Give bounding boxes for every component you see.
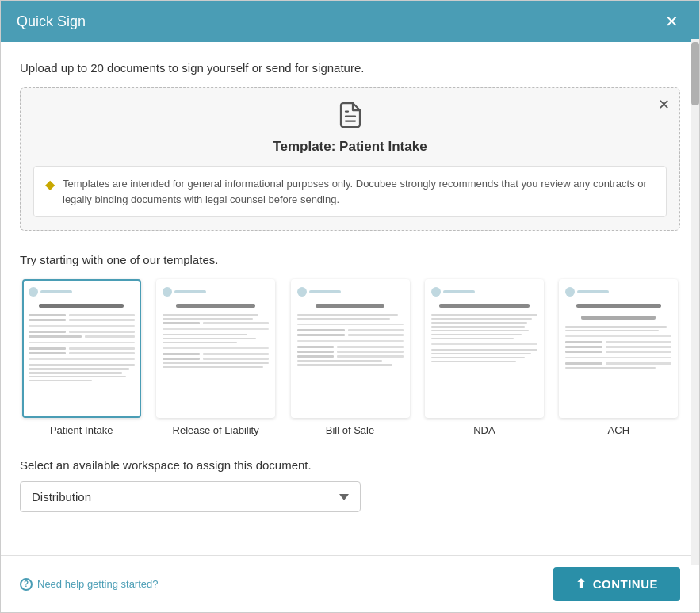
templates-section-label: Try starting with one of our templates. (20, 253, 680, 266)
continue-button-label: CONTINUE (593, 577, 658, 591)
modal-body: Upload up to 20 documents to sign yourse… (1, 42, 699, 555)
upload-description: Upload up to 20 documents to sign yourse… (20, 61, 680, 75)
warning-icon: ◆ (45, 177, 55, 192)
workspace-dropdown[interactable]: Distribution Sales HR Legal (20, 481, 361, 512)
workspace-section-label: Select an available workspace to assign … (20, 458, 680, 472)
template-preview-release-of-liability[interactable] (156, 279, 275, 418)
template-card-title: Template: Patient Intake (33, 139, 667, 155)
template-label-bill-of-sale: Bill of Sale (326, 424, 374, 436)
upload-icon: ⬆ (576, 577, 587, 592)
doc-logo-3 (297, 287, 404, 297)
templates-grid: Patient Intake (20, 279, 680, 436)
template-label-patient-intake: Patient Intake (50, 424, 113, 436)
template-card-close-button[interactable]: ✕ (658, 96, 670, 113)
doc-logo-5 (565, 287, 671, 297)
template-preview-nda[interactable] (425, 279, 544, 418)
template-thumb-ach[interactable]: ACH (557, 279, 680, 436)
doc-logo (29, 287, 135, 297)
template-label-ach: ACH (608, 424, 629, 436)
template-selected-card: ✕ Template: Patient Intake ◆ Templates a… (20, 87, 680, 231)
scrollbar-thumb[interactable] (691, 42, 699, 105)
modal-footer: ? Need help getting started? ⬆ CONTINUE (1, 555, 699, 612)
template-card-warning: ◆ Templates are intended for general inf… (33, 166, 667, 217)
template-preview-bill-of-sale[interactable] (291, 279, 410, 418)
continue-button[interactable]: ⬆ CONTINUE (553, 567, 680, 601)
template-label-nda: NDA (473, 424, 495, 436)
warning-text: Templates are intended for general infor… (63, 176, 655, 207)
scrollbar-track[interactable] (691, 39, 699, 565)
template-thumb-bill-of-sale[interactable]: Bill of Sale (289, 279, 411, 436)
template-card-icon (33, 101, 667, 132)
template-preview-ach[interactable] (559, 279, 678, 418)
template-thumb-patient-intake[interactable]: Patient Intake (20, 279, 143, 436)
template-preview-patient-intake[interactable] (22, 279, 141, 418)
doc-logo-4 (431, 287, 537, 297)
help-link[interactable]: ? Need help getting started? (20, 578, 159, 591)
template-thumb-nda[interactable]: NDA (423, 279, 545, 436)
help-icon: ? (20, 578, 33, 591)
modal-title: Quick Sign (17, 13, 86, 30)
help-link-label: Need help getting started? (37, 578, 159, 590)
template-label-release-of-liability: Release of Liability (173, 424, 259, 436)
modal-header: Quick Sign ✕ (1, 1, 699, 42)
template-thumb-release-of-liability[interactable]: Release of Liability (154, 279, 277, 436)
modal-close-button[interactable]: ✕ (660, 12, 683, 31)
quick-sign-modal: Quick Sign ✕ Upload up to 20 documents t… (0, 0, 700, 613)
doc-logo-2 (163, 287, 269, 297)
